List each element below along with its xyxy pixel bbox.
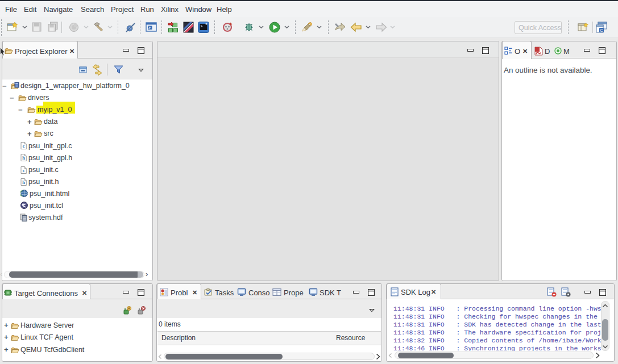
svg-text:C: C bbox=[600, 28, 603, 33]
svg-text:c: c bbox=[23, 143, 25, 149]
svg-text:h: h bbox=[22, 155, 25, 161]
svg-text:h: h bbox=[22, 179, 25, 185]
svg-text:c: c bbox=[23, 168, 25, 173]
